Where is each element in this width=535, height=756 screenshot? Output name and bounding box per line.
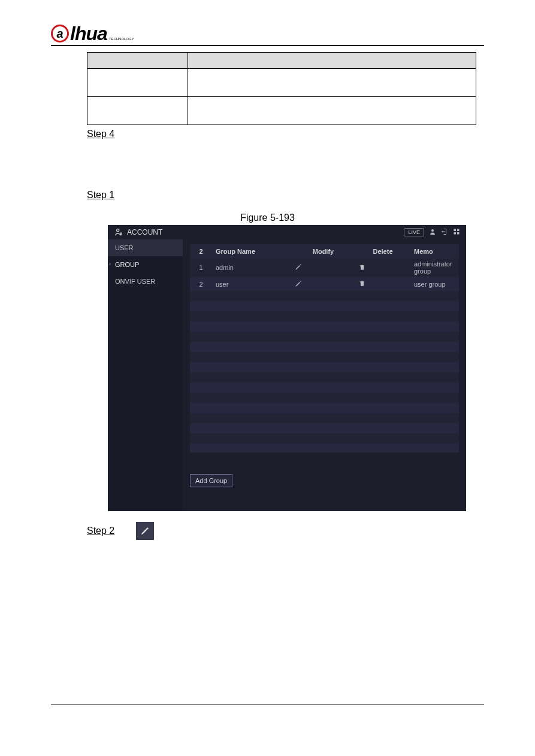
svg-point-1	[120, 233, 122, 235]
col-group-name: Group Name	[212, 244, 291, 258]
figure-caption: Figure 5-193	[51, 212, 484, 223]
table-row[interactable]: 2 user user group	[190, 277, 459, 291]
group-table: 2 Group Name Modify Delete Memo 1 admin	[190, 244, 459, 291]
chevron-right-icon: ›	[109, 261, 111, 267]
screenshot-header: ACCOUNT LIVE	[108, 225, 466, 239]
svg-rect-3	[454, 229, 457, 232]
logo-at-symbol: a	[51, 25, 69, 42]
delete-button[interactable]	[355, 277, 410, 291]
user-icon[interactable]	[429, 228, 436, 236]
spec-table-cell	[188, 97, 476, 125]
add-group-button[interactable]: Add Group	[190, 474, 232, 487]
modify-button[interactable]	[291, 258, 355, 277]
svg-point-0	[117, 229, 119, 232]
sidebar-item-label: USER	[115, 244, 134, 251]
sidebar-item-group[interactable]: › GROUP	[108, 256, 183, 273]
empty-rows-area	[190, 291, 459, 453]
col-modify: Modify	[291, 244, 355, 258]
logout-icon[interactable]	[441, 228, 448, 236]
header-divider	[51, 45, 484, 46]
footer-divider	[51, 705, 484, 705]
row-index: 2	[190, 277, 212, 291]
sidebar-item-user[interactable]: USER	[108, 239, 183, 256]
account-screenshot: ACCOUNT LIVE	[108, 225, 466, 511]
account-icon	[114, 227, 123, 237]
delete-button[interactable]	[355, 258, 410, 277]
modify-button[interactable]	[291, 277, 355, 291]
spec-table-cell	[188, 69, 476, 97]
sidebar-item-onvif-user[interactable]: ONVIF USER	[108, 273, 183, 290]
svg-rect-4	[457, 229, 460, 232]
svg-rect-6	[457, 232, 460, 235]
row-memo: user group	[410, 277, 459, 291]
row-name: admin	[212, 258, 291, 277]
row-memo: administrator group	[410, 258, 459, 277]
spec-table-cell	[87, 97, 188, 125]
grid-icon[interactable]	[453, 228, 460, 236]
step-2-label: Step 2	[87, 526, 114, 536]
sidebar: USER › GROUP ONVIF USER	[108, 239, 183, 511]
col-delete: Delete	[355, 244, 410, 258]
spec-table-cell	[87, 69, 188, 97]
spec-table-header-2	[188, 53, 476, 69]
svg-point-2	[431, 229, 434, 232]
row-index: 1	[190, 258, 212, 277]
step-4-label: Step 4	[87, 129, 114, 139]
col-memo: Memo	[410, 244, 459, 258]
brand-logo: a lhua TECHNOLOGY	[51, 24, 484, 43]
row-name: user	[212, 277, 291, 291]
logo-text: lhua	[70, 24, 107, 43]
col-count: 2	[190, 244, 212, 258]
pencil-icon	[136, 522, 154, 540]
svg-rect-5	[454, 232, 457, 235]
table-row[interactable]: 1 admin administrator group	[190, 258, 459, 277]
spec-table	[87, 52, 476, 125]
sidebar-item-label: GROUP	[115, 261, 139, 268]
step-1-label: Step 1	[87, 190, 114, 201]
screenshot-title: ACCOUNT	[127, 228, 162, 236]
logo-subtext: TECHNOLOGY	[109, 37, 134, 41]
live-badge[interactable]: LIVE	[404, 228, 424, 236]
sidebar-item-label: ONVIF USER	[115, 278, 155, 285]
spec-table-header-1	[87, 53, 188, 69]
